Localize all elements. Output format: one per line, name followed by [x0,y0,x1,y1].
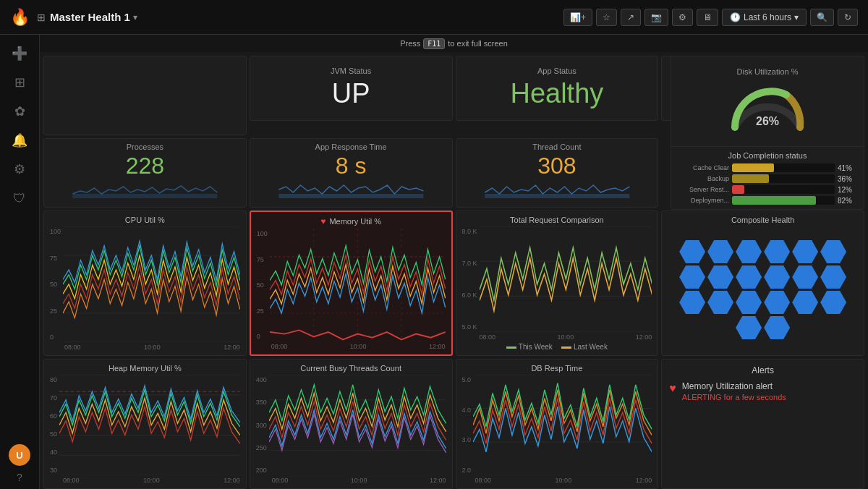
heart-alert-icon: ♥ [320,216,326,226]
job-completion-title: Job Completion status [677,151,858,160]
cpu-y-25: 25 [50,307,61,315]
composite-health-panel: Composite Health [661,211,864,356]
mem-x-1: 08:00 [271,343,288,350]
composite-health-title: Composite Health [668,216,858,224]
app-response-value: 8 s [258,153,445,179]
cpu-y-50: 50 [50,281,61,288]
db-resp-panel: DB Resp Time 5.0 4.0 3.0 2.0 [456,359,659,489]
help-icon[interactable]: ? [17,472,22,483]
alert-heart-icon: ♥ [669,382,676,395]
jvm-status-title: JVM Status [331,67,371,75]
sidebar-icon-alerts[interactable]: 🔔 [7,127,33,153]
zoom-out-button[interactable]: 🔍 [810,9,834,26]
hex-grid [668,229,858,351]
right-top-panel [43,56,247,135]
busy-threads-title: Current Busy Threads Count [256,364,446,373]
app-response-title: App Response Time [258,143,445,151]
job-completion-section: Job Completion status Cache Clear 41% Ba… [671,146,864,209]
jvm-status-value: UP [332,78,370,109]
sidebar-icon-settings[interactable]: ⚙ [7,156,33,182]
cpu-x-label-1: 08:00 [64,344,81,351]
cpu-x-label-2: 10:00 [144,344,161,351]
memory-util-title: Memory Util % [329,217,381,226]
svg-rect-1 [278,194,423,198]
time-range-button[interactable]: 🕐 Last 6 hours ▾ [722,9,807,26]
heap-memory-panel: Heap Memory Util % 80 70 60 50 40 30 [43,359,247,489]
cpu-util-title: CPU Util % [50,216,240,224]
alert-item-subtitle: ALERTING for a few seconds [682,393,786,401]
job-row-2: Server Rest... 12% [677,185,858,194]
db-resp-title: DB Resp Time [462,364,652,373]
share-button[interactable]: ↗ [621,9,641,26]
jvm-status-card: JVM Status UP [250,56,453,121]
total-request-panel: Total Request Comparison 8.0 K 7.0 K 6.0… [456,211,659,356]
memory-util-panel: ♥ Memory Util % 100 75 50 25 0 [250,211,453,356]
job-row-0: Cache Clear 41% [677,163,858,172]
topbar-actions: 📊+ ☆ ↗ 📷 ⚙ 🖥 🕐 Last 6 hours ▾ 🔍 ↻ [563,9,858,26]
page-title: Master Health 1 [50,11,130,23]
thread-count-sparkline [464,181,651,198]
thread-count-title: Thread Count [464,143,651,151]
thread-count-value: 308 [464,153,651,179]
app-status-card: App Status Healthy [456,56,659,121]
job-row-1: Backup 36% [677,174,858,183]
app-response-sparkline [258,181,445,198]
disk-util-title: Disk Utilization % [737,67,799,76]
alerts-panel: Alerts ♥ Memory Utilization alert ALERTI… [661,359,864,489]
processes-value: 228 [51,153,239,179]
user-avatar[interactable]: U [9,444,30,466]
alert-item-title: Memory Utilization alert [682,381,786,391]
processes-card: Processes 228 [43,138,247,208]
sidebar-icon-explore[interactable]: ✿ [7,98,33,124]
alert-item-1: ♥ Memory Utilization alert ALERTING for … [669,381,856,401]
row4: Heap Memory Util % 80 70 60 50 40 30 [43,359,864,485]
svg-rect-0 [72,194,217,198]
settings-button[interactable]: ⚙ [672,9,693,26]
grafana-logo: 🔥 [10,8,30,27]
job-row-3: Deploymen... 82% [677,196,858,205]
mem-x-2: 10:00 [350,343,367,350]
sidebar-icon-shield[interactable]: 🛡 [7,185,33,211]
sidebar-icon-dashboard[interactable]: ⊞ [7,69,33,95]
heap-memory-title: Heap Memory Util % [50,364,240,373]
cpu-y-0: 0 [50,333,61,341]
disk-job-overlay: Disk Utilization % 26% Job Completion st… [671,56,864,210]
add-panel-button[interactable]: 📊+ [563,9,592,26]
memory-util-title-row: ♥ Memory Util % [257,216,446,226]
busy-threads-panel: Current Busy Threads Count 400 350 300 2… [250,359,453,489]
grid-icon: ⊞ [37,12,46,23]
star-button[interactable]: ☆ [596,9,617,26]
mem-x-3: 12:00 [429,343,446,350]
svg-text:26%: 26% [756,115,779,127]
cpu-y-75: 75 [50,255,61,262]
sidebar: ➕ ⊞ ✿ 🔔 ⚙ 🛡 U ? [0,35,40,489]
snapshot-button[interactable]: 📷 [644,9,668,26]
display-button[interactable]: 🖥 [697,9,718,26]
app-status-title: App Status [537,67,576,75]
fullscreen-banner: Press F11 to exit full screen [40,35,868,52]
cpu-util-panel: CPU Util % 100 75 50 25 0 [43,211,247,356]
alerts-title: Alerts [669,365,856,375]
row3: CPU Util % 100 75 50 25 0 [43,211,864,356]
total-request-legend: This Week Last Week [462,343,652,351]
disk-gauge-svg: 26% [724,80,811,138]
thread-count-card: Thread Count 308 [456,138,659,208]
app-response-card: App Response Time 8 s [250,138,453,208]
cpu-x-label-3: 12:00 [224,344,240,351]
refresh-button[interactable]: ↻ [838,9,858,26]
svg-rect-2 [485,194,629,198]
title-chevron-icon[interactable]: ▾ [133,12,137,22]
app-status-value: Healthy [510,78,603,109]
processes-title: Processes [51,143,239,151]
total-request-title: Total Request Comparison [462,216,652,224]
sidebar-icon-add[interactable]: ➕ [7,41,33,67]
topbar: 🔥 ⊞ Master Health 1 ▾ 📊+ ☆ ↗ 📷 ⚙ 🖥 🕐 Las… [0,0,868,35]
disk-gauge-section: Disk Utilization % 26% [671,56,864,146]
processes-sparkline [51,181,239,198]
cpu-y-100: 100 [50,228,61,235]
